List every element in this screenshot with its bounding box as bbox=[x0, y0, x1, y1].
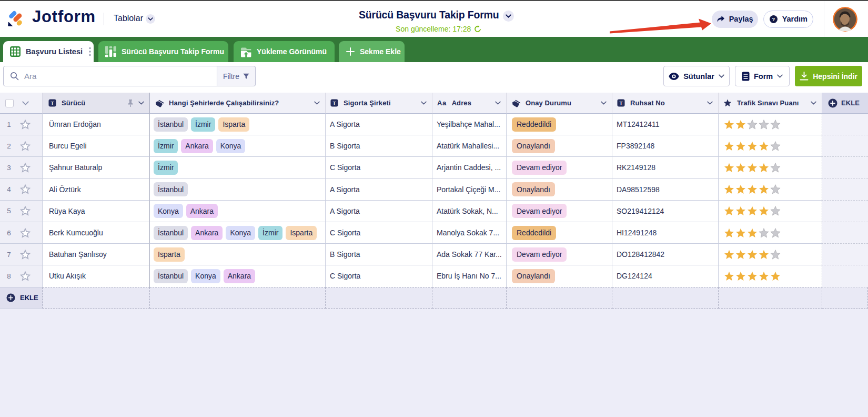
svg-text:?: ? bbox=[772, 16, 775, 22]
svg-text:T: T bbox=[332, 100, 336, 106]
svg-text:T: T bbox=[619, 100, 622, 106]
svg-text:T: T bbox=[51, 100, 54, 106]
